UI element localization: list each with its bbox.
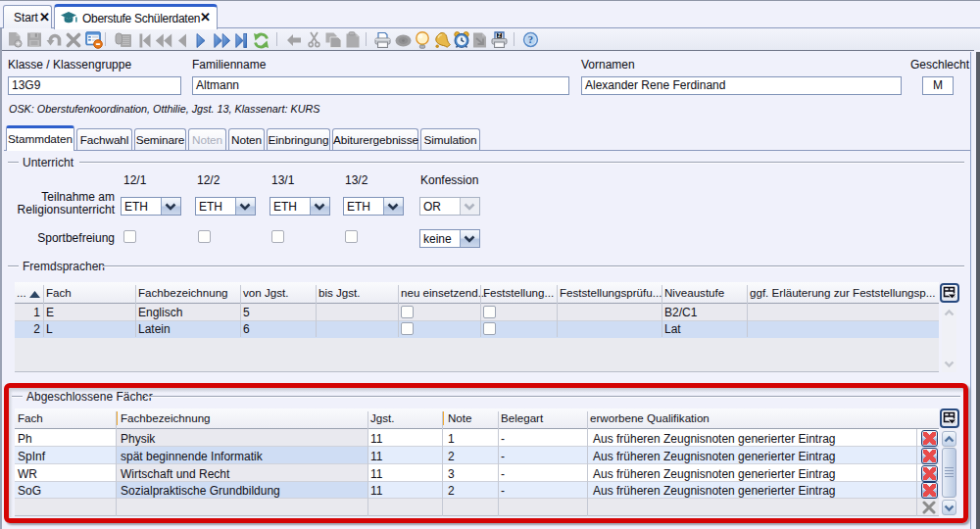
svg-text:Z: Z xyxy=(498,33,501,38)
svg-text:?: ? xyxy=(528,34,533,45)
